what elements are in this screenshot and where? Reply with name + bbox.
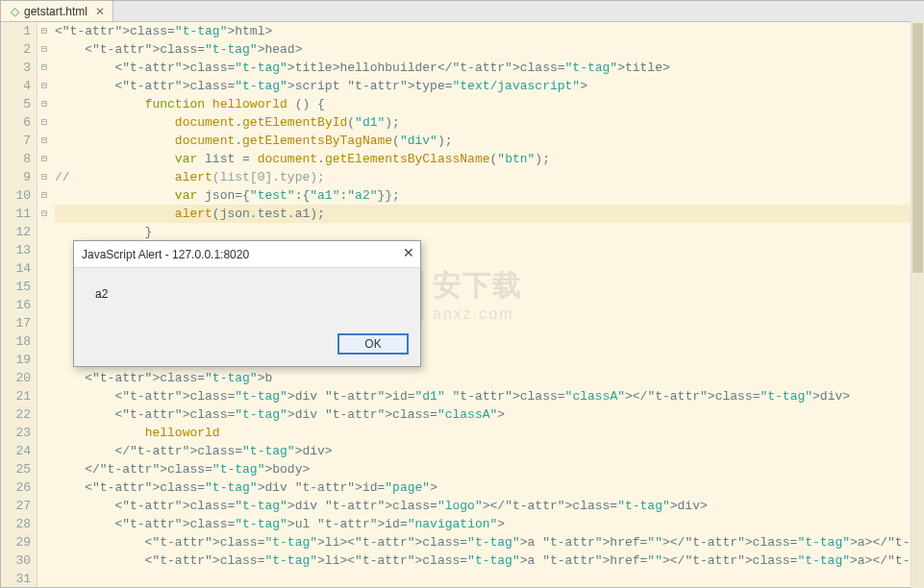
close-icon[interactable]: ✕ <box>95 5 105 18</box>
dialog-title: JavaScript Alert - 127.0.0.1:8020 <box>74 241 420 268</box>
editor-tab-getstart[interactable]: ◇ getstart.html ✕ <box>1 1 113 21</box>
dialog-message: a2 <box>74 268 420 326</box>
js-alert-dialog: JavaScript Alert - 127.0.0.1:8020 ✕ a2 O… <box>73 240 421 367</box>
fold-column[interactable]: ⊟⊟⊟⊟⊟⊟⊟⊟⊟⊟⊟ <box>37 22 51 587</box>
close-icon[interactable]: ✕ <box>403 245 414 260</box>
ok-button[interactable]: OK <box>337 333 409 355</box>
scrollbar-thumb[interactable] <box>912 23 923 273</box>
editor-scrollbar[interactable] <box>911 21 924 588</box>
html-file-icon: ◇ <box>9 6 20 17</box>
editor-tab-label: getstart.html <box>24 5 87 18</box>
line-number-gutter: 1234567891011121314151617181920212223242… <box>1 22 37 587</box>
editor-tab-bar: ◇ getstart.html ✕ ─ ▢ <box>1 1 924 22</box>
